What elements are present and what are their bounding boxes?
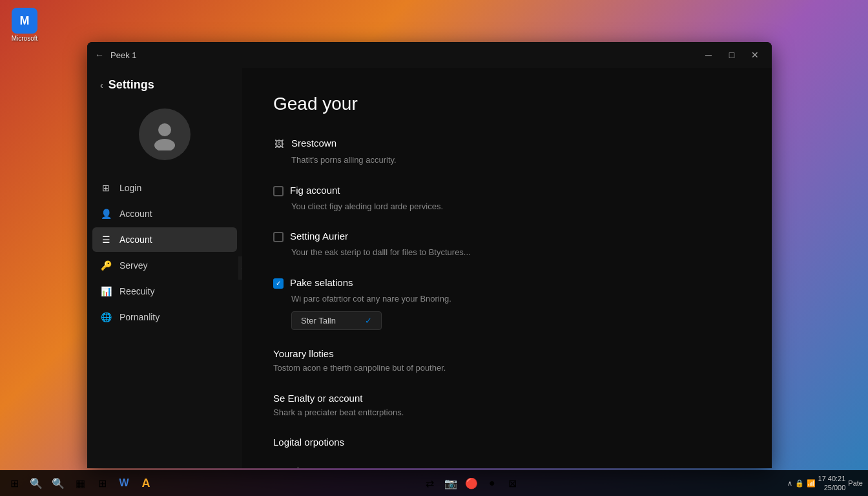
yourary-desc: Tostom acon e therth canpoline but of po… — [273, 362, 741, 375]
section-pake-header: ✓ Pake selations — [273, 277, 741, 289]
taskbar: ⊞ 🔍 🔍 ▦ ⊞ W A ⇄ 📷 🔴 ● ⊠ ∧ 🔒 📶 17 40:21 2… — [0, 470, 868, 496]
section-logital: Logital orpotions — [273, 437, 741, 448]
minimize-button[interactable]: ─ — [699, 48, 718, 61]
fig-checkbox[interactable] — [273, 186, 284, 196]
title-bar-title: Peek 1 — [110, 50, 136, 60]
desktop-icon-label: Microsoft — [12, 35, 38, 42]
avatar-icon — [149, 118, 181, 150]
sidebar-item-account2-label: Account — [119, 234, 152, 245]
login-icon: ⊞ — [100, 182, 112, 194]
sidebar-item-account1-label: Account — [119, 209, 152, 219]
section-setting-aurier: Setting Aurier Your the eak sterip to da… — [273, 231, 741, 259]
sidebar-item-account2[interactable]: ☰ Account — [92, 227, 237, 252]
avatar-container — [87, 102, 242, 176]
taskbar-red-icon[interactable]: 🔴 — [462, 474, 480, 492]
pake-checkbox[interactable]: ✓ — [273, 278, 284, 289]
taskbar-record-icon[interactable]: ● — [483, 474, 501, 492]
sidebar-item-survey[interactable]: 🔑 Servey — [92, 253, 237, 278]
taskbar-box-icon[interactable]: ⊠ — [504, 474, 522, 492]
desktop: M Microsoft ← Peek 1 ─ □ ✕ ‹ Settings — [0, 0, 868, 496]
section-srestcown-header: 🖼 Srestcown — [273, 138, 741, 150]
taskbar-right: ∧ 🔒 📶 17 40:21 25/000 Pate — [787, 474, 863, 493]
dropdown-value: Ster Talln — [301, 316, 336, 326]
window-body: ‹ Settings ⊞ Login — [87, 68, 772, 468]
taskbar-left: ⊞ 🔍 🔍 ▦ ⊞ W A — [5, 474, 155, 492]
sidebar-header[interactable]: ‹ Settings — [87, 78, 242, 102]
se-enalty-desc: Shark a preciater beat enttcrptions. — [273, 406, 741, 419]
section-on-minsat: On Minsat — [273, 466, 741, 468]
section-yourary: Yourary lloties Tostom acon e therth can… — [273, 348, 741, 375]
taskbar-clock: 17 40:21 25/000 — [818, 474, 846, 493]
srestcown-desc: Thatit's porns alling accurity. — [291, 154, 741, 167]
se-enalty-title: Se Enalty or account — [273, 393, 741, 404]
sidebar-item-security-label: Reecuity — [119, 286, 154, 296]
personality-icon: 🌐 — [100, 311, 112, 323]
svg-point-1 — [154, 139, 175, 150]
taskbar-status-icons: 🔒 📶 — [795, 479, 815, 488]
survey-icon: 🔑 — [100, 260, 112, 271]
main-content: Gead your 🖼 Srestcown Thatit's porns all… — [242, 68, 772, 468]
page-title: Gead your — [273, 94, 741, 114]
app-window: ← Peek 1 ─ □ ✕ ‹ Settings — [87, 42, 772, 468]
sidebar-back-arrow: ‹ — [100, 80, 103, 90]
section-srestcown: 🖼 Srestcown Thatit's porns alling accuri… — [273, 138, 741, 167]
taskbar-start-button[interactable]: ⊞ — [5, 474, 23, 492]
sidebar-item-personality-label: Pornanlity — [119, 312, 160, 322]
taskbar-word-icon[interactable]: W — [115, 474, 133, 492]
section-setting-header: Setting Aurier — [273, 231, 741, 242]
taskbar-time: 17 40:21 — [818, 474, 846, 483]
setting-checkbox[interactable] — [273, 232, 284, 242]
taskbar-transfer-icon[interactable]: ⇄ — [421, 474, 439, 492]
srestcown-icon: 🖼 — [273, 138, 285, 150]
pake-title: Pake selations — [290, 277, 353, 288]
sidebar-item-login[interactable]: ⊞ Login — [92, 176, 237, 200]
sidebar-item-security[interactable]: 📊 Reecuity — [92, 279, 237, 304]
ster-talln-dropdown[interactable]: Ster Talln ✓ — [291, 311, 382, 330]
fig-title: Fig account — [290, 185, 340, 196]
section-fig-header: Fig account — [273, 185, 741, 196]
on-minsat-title: On Minsat — [273, 466, 741, 468]
taskbar-camera-icon[interactable]: 📷 — [442, 474, 460, 492]
taskbar-center: ⇄ 📷 🔴 ● ⊠ — [421, 474, 522, 492]
sidebar-item-login-label: Login — [119, 183, 141, 193]
nav-items: ⊞ Login 👤 Account ☰ Account 🔑 Servey — [87, 176, 242, 329]
taskbar-search1-icon[interactable]: 🔍 — [27, 474, 45, 492]
sidebar-item-account1[interactable]: 👤 Account — [92, 202, 237, 226]
title-bar-back-button[interactable]: ← — [95, 50, 104, 60]
setting-title: Setting Aurier — [290, 231, 348, 242]
close-button[interactable]: ✕ — [746, 48, 764, 61]
sidebar-item-personality[interactable]: 🌐 Pornanlity — [92, 305, 237, 329]
setting-desc: Your the eak sterip to dalll for files t… — [291, 246, 741, 259]
srestcown-title: Srestcown — [291, 138, 336, 149]
taskbar-notification-icon: ∧ — [787, 479, 792, 488]
sidebar: ‹ Settings ⊞ Login — [87, 68, 242, 468]
taskbar-search2-icon[interactable]: 🔍 — [49, 474, 67, 492]
logital-title: Logital orpotions — [273, 437, 741, 448]
pake-desc: Wi parc ofatrtior cot any nare your Bnor… — [291, 293, 741, 305]
dropdown-check: ✓ — [365, 316, 372, 326]
section-pake-selations: ✓ Pake selations Wi parc ofatrtior cot a… — [273, 277, 741, 331]
yourary-title: Yourary lloties — [273, 348, 741, 359]
title-bar: ← Peek 1 ─ □ ✕ — [87, 42, 772, 68]
svg-point-0 — [158, 123, 171, 136]
title-bar-left: ← Peek 1 — [95, 50, 136, 60]
taskbar-date: 25/000 — [818, 483, 846, 492]
taskbar-a-icon[interactable]: A — [137, 474, 155, 492]
taskbar-grid-icon[interactable]: ▦ — [71, 474, 89, 492]
sidebar-title: Settings — [108, 78, 154, 92]
fig-desc: You cliect figy aleding lord arde pervic… — [291, 200, 741, 213]
title-bar-controls: ─ □ ✕ — [699, 48, 764, 61]
taskbar-extra: Pate — [848, 479, 863, 487]
maximize-button[interactable]: □ — [723, 48, 741, 61]
taskbar-windows-icon[interactable]: ⊞ — [93, 474, 111, 492]
desktop-icon-microsoft[interactable]: M Microsoft — [5, 8, 44, 42]
section-se-enalty: Se Enalty or account Shark a preciater b… — [273, 393, 741, 419]
security-icon: 📊 — [100, 285, 112, 297]
avatar — [139, 108, 191, 160]
account2-icon: ☰ — [100, 234, 112, 245]
desktop-icon-image: M — [12, 8, 37, 34]
sidebar-item-survey-label: Servey — [119, 260, 148, 271]
section-fig-account: Fig account You cliect figy aleding lord… — [273, 185, 741, 213]
account1-icon: 👤 — [100, 208, 112, 220]
